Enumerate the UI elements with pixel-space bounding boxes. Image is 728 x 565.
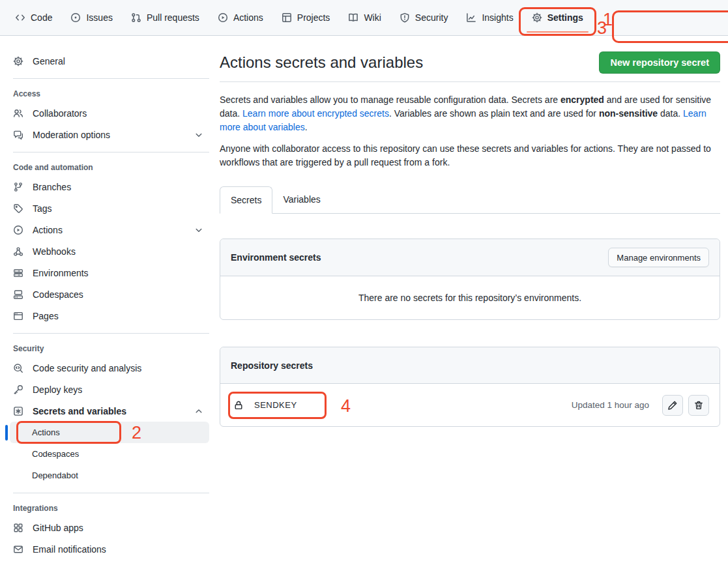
secrets-variables-tabnav: Secrets Variables — [220, 186, 720, 214]
play-icon — [218, 12, 228, 23]
sidebar-subitem-codespaces[interactable]: Codespaces — [10, 443, 209, 465]
sidebar-item-label: Branches — [33, 182, 71, 192]
sidebar-item-environments[interactable]: Environments — [0, 262, 209, 283]
sidebar-subitem-label: Actions — [32, 427, 60, 437]
chevron-down-icon — [194, 225, 204, 235]
nav-tab-label: Wiki — [364, 12, 381, 23]
mail-icon — [13, 544, 23, 555]
edit-secret-button[interactable] — [662, 395, 683, 416]
key-asterisk-icon — [13, 406, 23, 416]
people-icon — [13, 108, 23, 119]
sidebar-item-label: Actions — [33, 225, 63, 235]
page-title: Actions secrets and variables — [220, 51, 423, 74]
sidebar-item-webhooks[interactable]: Webhooks — [0, 240, 209, 262]
repository-secrets-box: Repository secrets SENDKEY 4 Updated 1 h… — [220, 347, 720, 427]
nav-tab-settings[interactable]: Settings 1 — [526, 8, 589, 27]
chevron-up-icon — [194, 406, 204, 416]
sidebar-item-label: Moderation options — [33, 130, 110, 140]
sidebar-section-title-code-automation: Code and automation — [0, 152, 209, 176]
secret-row: SENDKEY 4 Updated 1 hour ago — [220, 384, 720, 426]
tab-secrets[interactable]: Secrets — [220, 186, 272, 214]
sidebar-item-pages[interactable]: Pages — [0, 305, 209, 326]
collaborator-access-paragraph: Anyone with collaborator access to this … — [220, 142, 720, 169]
repository-secrets-title: Repository secrets — [231, 360, 313, 371]
tab-variables[interactable]: Variables — [272, 186, 330, 213]
secret-name: SENDKEY — [254, 400, 297, 410]
key-icon — [13, 384, 23, 395]
annotation-number-2: 2 — [132, 424, 141, 442]
pull-request-icon — [131, 12, 141, 23]
sidebar-item-label: Collaborators — [33, 108, 87, 119]
sidebar-section-title-access: Access — [0, 79, 209, 102]
nav-tab-label: Pull requests — [147, 12, 199, 23]
sidebar-item-label: Webhooks — [33, 246, 76, 257]
nav-tab-wiki[interactable]: Wiki — [342, 8, 386, 27]
nav-tab-code[interactable]: Code — [9, 8, 58, 27]
nav-tab-pull-requests[interactable]: Pull requests — [125, 8, 205, 27]
sidebar-subitem-actions[interactable]: Actions 2 — [10, 422, 209, 443]
sidebar-item-tags[interactable]: Tags — [0, 197, 209, 219]
sidebar-item-collaborators[interactable]: Collaborators — [0, 102, 209, 124]
codescan-icon — [13, 363, 23, 373]
discussion-icon — [13, 130, 23, 140]
delete-secret-button[interactable] — [688, 395, 709, 416]
gear-icon — [532, 12, 542, 23]
environment-secrets-empty-message: There are no secrets for this repository… — [220, 276, 720, 319]
graph-icon — [466, 12, 476, 23]
trash-icon — [693, 400, 704, 411]
sidebar-item-deploy-keys[interactable]: Deploy keys — [0, 379, 209, 400]
intro-paragraph: Secrets and variables allow you to manag… — [220, 93, 720, 134]
environment-secrets-title: Environment secrets — [231, 252, 321, 263]
tag-icon — [13, 203, 23, 214]
gear-icon — [13, 56, 23, 66]
sidebar-item-label: Pages — [33, 311, 59, 321]
sidebar-item-github-apps[interactable]: GitHub apps — [0, 517, 209, 538]
new-repository-secret-button[interactable]: New repository secret — [599, 51, 720, 74]
encrypted-secrets-link[interactable]: Learn more about encrypted secrets — [242, 108, 389, 119]
sidebar-item-label: Codespaces — [33, 289, 83, 300]
sidebar-item-secrets-and-variables[interactable]: Secrets and variables — [0, 400, 209, 422]
intro-text: . — [305, 122, 308, 132]
nav-tab-label: Projects — [297, 12, 330, 23]
repo-nav: Code Issues Pull requests Actions Projec… — [0, 0, 728, 36]
nav-tab-label: Insights — [482, 12, 513, 23]
issue-icon — [70, 12, 81, 23]
sidebar-item-actions[interactable]: Actions — [0, 219, 209, 240]
sidebar-item-label: General — [33, 56, 65, 66]
sidebar-item-moderation-options[interactable]: Moderation options — [0, 124, 209, 145]
projects-icon — [282, 12, 292, 23]
sidebar-item-branches[interactable]: Branches — [0, 176, 209, 197]
sidebar-subitem-dependabot[interactable]: Dependabot — [10, 465, 209, 486]
webhook-icon — [13, 246, 23, 257]
nav-tab-label: Security — [415, 12, 448, 23]
sidebar-section-title-integrations: Integrations — [0, 493, 209, 517]
nav-tab-issues[interactable]: Issues — [65, 8, 118, 27]
nav-tab-security[interactable]: Security — [394, 8, 454, 27]
environment-secrets-box: Environment secrets Manage environments … — [220, 239, 720, 320]
secret-updated-timestamp: Updated 1 hour ago — [572, 400, 649, 410]
apps-icon — [13, 523, 23, 533]
sidebar-item-general[interactable]: General — [0, 50, 209, 72]
browser-icon — [13, 311, 23, 321]
main-content: Actions secrets and variables New reposi… — [220, 36, 728, 560]
chevron-down-icon — [194, 130, 204, 140]
intro-bold-encrypted: encrypted — [561, 94, 604, 105]
nav-tab-label: Issues — [86, 12, 112, 23]
manage-environments-button[interactable]: Manage environments — [608, 248, 709, 267]
sidebar-item-codespaces[interactable]: Codespaces — [0, 283, 209, 305]
active-tab-underline — [527, 31, 589, 33]
shield-icon — [400, 12, 410, 23]
lock-icon — [233, 400, 244, 411]
nav-tab-insights[interactable]: Insights — [460, 8, 519, 27]
nav-tab-label: Code — [31, 12, 52, 23]
nav-tab-actions[interactable]: Actions — [212, 8, 269, 27]
sidebar-item-email-notifications[interactable]: Email notifications — [0, 538, 209, 560]
sidebar-item-code-security[interactable]: Code security and analysis — [0, 357, 209, 379]
nav-tab-projects[interactable]: Projects — [276, 8, 336, 27]
annotation-number-4: 4 — [341, 398, 351, 415]
pencil-icon — [667, 400, 678, 411]
intro-text: data. — [658, 108, 683, 119]
intro-bold-non-sensitive: non-sensitive — [599, 108, 658, 119]
sidebar-item-label: GitHub apps — [33, 523, 83, 533]
codespaces-icon — [13, 289, 23, 300]
